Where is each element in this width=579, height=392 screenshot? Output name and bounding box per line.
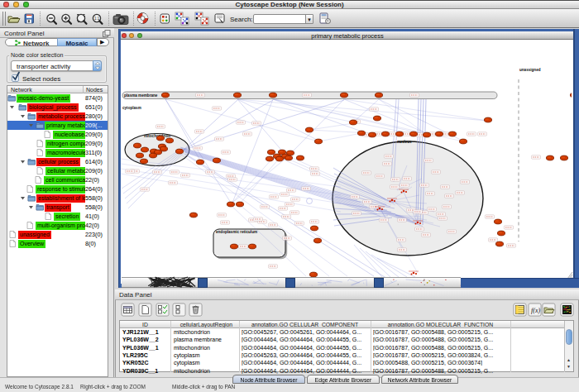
svg-text:f(x): f(x) bbox=[531, 307, 540, 314]
svg-text:cytoplasm: cytoplasm bbox=[122, 106, 141, 110]
svg-text:nucleus: nucleus bbox=[397, 140, 412, 144]
svg-text:endoplasmic reticulum: endoplasmic reticulum bbox=[216, 230, 257, 234]
svg-text:plasma membrane: plasma membrane bbox=[124, 93, 158, 98]
svg-text:unassigned: unassigned bbox=[519, 68, 541, 72]
